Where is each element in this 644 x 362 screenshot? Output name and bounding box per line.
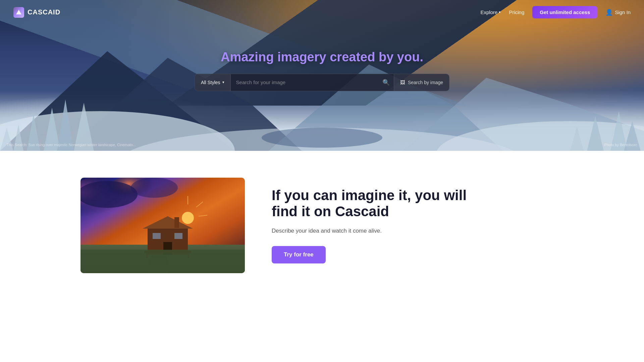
- logo-text: CASCAID: [28, 8, 60, 16]
- hero-caption-right: Photo by Bentoboxc: [604, 143, 637, 147]
- logo-icon: [13, 7, 24, 18]
- svg-rect-33: [174, 233, 182, 239]
- hero-content: Amazing imagery created by you. All Styl…: [188, 50, 456, 91]
- styles-chevron-icon: ▾: [222, 80, 224, 84]
- search-icon: 🔍: [382, 79, 390, 86]
- svg-point-22: [182, 212, 194, 224]
- hero-title: Amazing imagery created by you.: [195, 50, 449, 64]
- logo-svg: [15, 9, 22, 16]
- unlimited-access-button[interactable]: Get unlimited access: [532, 6, 597, 18]
- cabin-scene-svg: [80, 178, 245, 273]
- search-input-wrap: [231, 74, 378, 91]
- hero-title-dot: .: [420, 50, 423, 64]
- pricing-link[interactable]: Pricing: [509, 9, 524, 15]
- section-image: [80, 178, 245, 273]
- svg-rect-30: [174, 217, 179, 228]
- svg-rect-37: [80, 250, 245, 273]
- search-by-image-button[interactable]: 🖼 Search by image: [394, 74, 449, 91]
- explore-chevron-icon: ▾: [499, 10, 501, 14]
- svg-point-39: [131, 178, 178, 198]
- explore-link[interactable]: Explore ▾: [481, 9, 501, 15]
- svg-rect-32: [153, 233, 161, 239]
- navbar: CASCAID Explore ▾ Pricing Get unlimited …: [0, 0, 644, 24]
- image-search-icon: 🖼: [400, 79, 405, 85]
- search-bar: All Styles ▾ 🔍 🖼 Search by image: [195, 74, 449, 91]
- hero-caption-left: This Search: Sun rising over majestic No…: [7, 143, 136, 147]
- all-styles-button[interactable]: All Styles ▾: [195, 74, 231, 91]
- section-description: Describe your idea and watch it come ali…: [272, 226, 564, 235]
- signin-button[interactable]: 👤 Sign In: [605, 9, 631, 16]
- search-input[interactable]: [231, 74, 378, 91]
- section-text: If you can imagine it, you will find it …: [272, 187, 564, 264]
- svg-marker-0: [16, 10, 21, 14]
- content-section: If you can imagine it, you will find it …: [0, 151, 644, 300]
- try-free-button[interactable]: Try for free: [272, 246, 326, 263]
- user-icon: 👤: [605, 9, 613, 16]
- search-submit-button[interactable]: 🔍: [378, 74, 394, 91]
- nav-right: Explore ▾ Pricing Get unlimited access 👤…: [481, 6, 631, 18]
- section-heading: If you can imagine it, you will find it …: [272, 187, 564, 220]
- logo[interactable]: CASCAID: [13, 7, 60, 18]
